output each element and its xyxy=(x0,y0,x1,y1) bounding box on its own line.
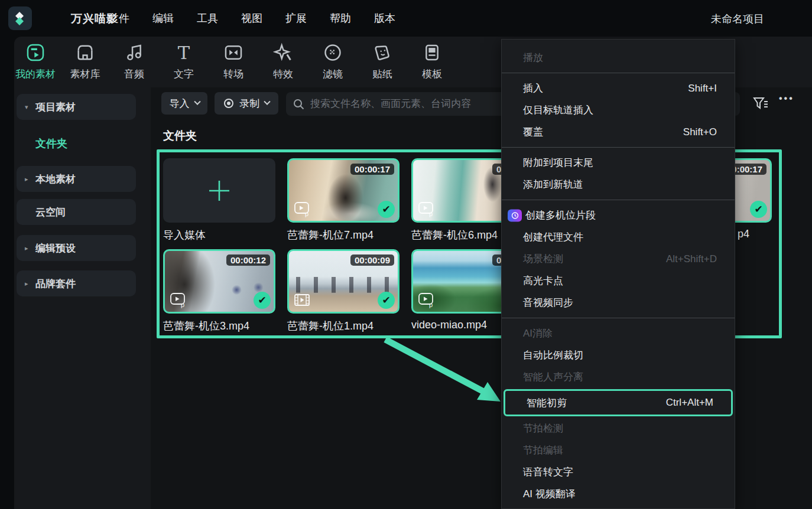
menu-item-insert[interactable]: 插入 Shift+I xyxy=(502,77,735,99)
menu-item-speech-to-text[interactable]: 语音转文字 xyxy=(502,461,735,483)
menu-tools[interactable]: 工具 xyxy=(197,11,218,25)
sidebar-item-label: 品牌套件 xyxy=(35,277,76,291)
menu-help[interactable]: 帮助 xyxy=(330,11,351,25)
menu-file[interactable]: 文件 xyxy=(108,11,129,25)
tab-label: 特效 xyxy=(256,67,310,81)
tab-label: 音频 xyxy=(108,67,161,81)
menu-version[interactable]: 版本 xyxy=(374,11,395,25)
menu-item-overwrite[interactable]: 覆盖 Shift+O xyxy=(502,121,735,143)
sidebar-item-project-media[interactable]: ▾ 项目素材 xyxy=(17,94,136,120)
media-tile[interactable]: 00:00:17 p ✔ 芭蕾舞-机位7.mp4 xyxy=(287,158,402,242)
menu-edit[interactable]: 编辑 xyxy=(152,11,174,25)
svg-text:p: p xyxy=(429,210,433,217)
tab-text[interactable]: T 文字 xyxy=(157,43,210,81)
film-clip-icon xyxy=(294,292,311,308)
tab-label: 我的素材 xyxy=(9,67,62,81)
menu-item-add-to-new-track[interactable]: 添加到新轨道 xyxy=(502,174,735,195)
import-button[interactable]: 导入 xyxy=(161,92,207,115)
sidebar-item-label: 本地素材 xyxy=(35,172,76,186)
record-button[interactable]: 录制 xyxy=(215,92,278,115)
menu-item-ai-video-translation[interactable]: AI 视频翻译 xyxy=(502,483,735,505)
tab-templates[interactable]: 模板 xyxy=(405,43,459,81)
sidebar-item-label: 编辑预设 xyxy=(35,242,76,255)
proxy-clip-icon: p xyxy=(170,292,187,308)
tab-label: 文字 xyxy=(157,67,210,81)
sidebar: ▾ 项目素材 文件夹 ▸ 本地素材 云空间 ▸ 编辑预设 ▸ 品牌套件 xyxy=(14,87,151,509)
video-thumbnail[interactable]: 00:00:09 ✔ xyxy=(287,249,399,314)
sidebar-item-folder[interactable]: 文件夹 xyxy=(35,136,130,152)
selected-check-icon: ✔ xyxy=(378,201,395,218)
project-name: 未命名项目 xyxy=(711,12,764,26)
duration-badge: 00:00:12 xyxy=(226,255,270,266)
menu-item-beat-edit: 节拍编辑 xyxy=(502,439,735,461)
tile-label: 导入媒体 xyxy=(163,228,278,242)
shortcut-label: Alt+Shift+D xyxy=(666,253,717,265)
video-thumbnail[interactable]: 00:00:12 p ✔ xyxy=(163,249,275,314)
my-media-icon xyxy=(25,43,46,63)
menu-view[interactable]: 视图 xyxy=(241,11,262,25)
tab-stickers[interactable]: 贴纸 xyxy=(356,43,409,81)
import-button-label: 导入 xyxy=(170,97,190,110)
menu-item-create-multicam-clip[interactable]: 创建多机位片段 xyxy=(502,204,735,226)
tab-audio[interactable]: 音频 xyxy=(108,43,161,81)
tab-label: 模板 xyxy=(405,67,459,81)
svg-text:p: p xyxy=(429,301,433,308)
tab-my-media[interactable]: 我的素材 xyxy=(9,43,62,81)
menu-extensions[interactable]: 扩展 xyxy=(285,11,307,25)
plus-icon xyxy=(206,177,233,204)
menu-item-av-sync[interactable]: 音视频同步 xyxy=(502,292,735,314)
selected-check-icon: ✔ xyxy=(378,292,395,309)
templates-icon xyxy=(422,43,442,63)
menu-item-auto-reframe[interactable]: 自动比例裁切 xyxy=(502,344,735,366)
annotation-arrow xyxy=(378,332,505,406)
duration-badge: 00:00:17 xyxy=(350,164,394,175)
tab-transitions[interactable]: 转场 xyxy=(207,43,260,81)
sidebar-item-brand-kit[interactable]: ▸ 品牌套件 xyxy=(17,270,136,296)
stock-media-icon xyxy=(75,43,95,63)
shortcut-label: Shift+I xyxy=(688,83,717,94)
filter-funnel-icon[interactable] xyxy=(752,94,769,112)
menu-separator xyxy=(502,147,735,148)
import-media-tile[interactable]: 导入媒体 xyxy=(163,158,278,242)
tab-label: 滤镜 xyxy=(306,67,359,81)
tab-effects[interactable]: 特效 xyxy=(256,43,310,81)
sidebar-item-label: 云空间 xyxy=(35,205,66,219)
sidebar-item-local-media[interactable]: ▸ 本地素材 xyxy=(17,166,136,192)
tab-label: 贴纸 xyxy=(356,67,409,81)
chevron-right-icon: ▸ xyxy=(25,244,35,252)
video-thumbnail[interactable]: 00:00:17 p ✔ xyxy=(287,158,399,223)
menu-item-create-proxy-file[interactable]: 创建代理文件 xyxy=(502,226,735,248)
media-tile[interactable]: 00:00:12 p ✔ 芭蕾舞-机位3.mp4 xyxy=(163,249,278,333)
filters-icon xyxy=(323,43,343,63)
record-icon xyxy=(223,98,234,109)
sidebar-item-edit-presets[interactable]: ▸ 编辑预设 xyxy=(17,235,136,261)
selected-check-icon: ✔ xyxy=(750,201,767,218)
chevron-down-icon xyxy=(264,99,270,105)
tab-stock-media[interactable]: 素材库 xyxy=(59,43,112,81)
media-tile[interactable]: 00:00:09 ✔ 芭蕾舞-机位1.mp4 xyxy=(287,249,402,333)
menu-separator xyxy=(502,200,735,200)
tile-label: 芭蕾舞-机位3.mp4 xyxy=(163,319,278,333)
record-button-label: 录制 xyxy=(239,97,259,110)
shortcut-label: Ctrl+Alt+M xyxy=(666,397,713,409)
proxy-clip-icon: p xyxy=(418,292,436,308)
menu-item-smart-rough-cut[interactable]: 智能初剪 Ctrl+Alt+M xyxy=(504,389,733,416)
import-media-thumb[interactable] xyxy=(163,158,275,223)
top-menu-bar: 万兴喵影 文件 编辑 工具 视图 扩展 帮助 版本 未命名项目 xyxy=(0,0,812,37)
main-menu: 文件 编辑 工具 视图 扩展 帮助 版本 xyxy=(108,11,395,25)
menu-item-append-to-project-end[interactable]: 附加到项目末尾 xyxy=(502,152,735,174)
tab-filters[interactable]: 滤镜 xyxy=(306,43,359,81)
tile-label: 芭蕾舞-机位1.mp4 xyxy=(287,319,402,333)
menu-item-highlight-beat[interactable]: 高光卡点 xyxy=(502,270,735,292)
menu-item-scene-detection: 场景检测 Alt+Shift+D xyxy=(502,248,735,270)
sidebar-item-cloud-space[interactable]: 云空间 xyxy=(17,199,136,225)
more-options-button[interactable]: ••• xyxy=(779,93,799,111)
svg-text:T: T xyxy=(178,43,190,63)
svg-text:p: p xyxy=(181,301,184,308)
app-logo-icon xyxy=(8,6,32,30)
svg-text:p: p xyxy=(305,210,308,217)
menu-item-insert-target-track[interactable]: 仅目标轨道插入 xyxy=(502,99,735,121)
menu-separator xyxy=(502,318,735,318)
audio-icon xyxy=(124,43,144,63)
search-icon xyxy=(293,99,304,110)
